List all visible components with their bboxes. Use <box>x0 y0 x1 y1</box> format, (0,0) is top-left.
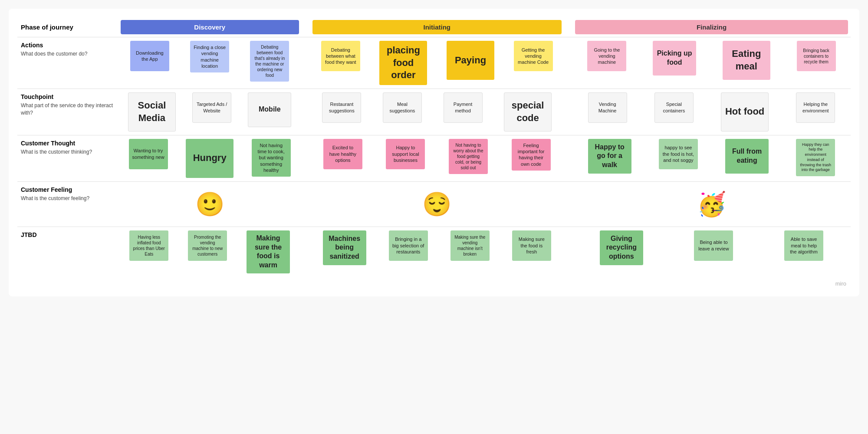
miro-row: miro <box>17 277 851 288</box>
jtbd-not-broken: Making sure the vending machine isn't br… <box>450 230 490 261</box>
miro-logo: miro <box>17 277 851 288</box>
jtbd-label: JTBD <box>17 227 118 277</box>
thought-excited-healthy: Excited to have healthy options <box>323 139 362 169</box>
touchpoint-helping-environment: Helping the environment <box>796 92 835 123</box>
jtbd-less-inflated: Having less inflated food prices than Ub… <box>129 230 168 261</box>
touchpoint-special-code: special code <box>504 92 552 132</box>
phase-of-journey-label: Phase of journey <box>17 17 118 37</box>
finalizing-thoughts: Happy to go for a walk happy to see the … <box>572 135 851 181</box>
phase-header-row: Phase of journey Discovery Initiating Fi… <box>17 17 851 37</box>
touchpoint-restaurant-suggestions: Restaurant suggestions <box>322 92 361 123</box>
actions-label: Actions What does the customer do? <box>17 37 118 89</box>
initiating-band: Initiating <box>312 20 562 34</box>
action-getting-code: Getting the vending machine Code <box>514 41 553 71</box>
thought-wanting-new: Wanting to try something new <box>129 139 168 169</box>
touchpoint-hot-food: Hot food <box>721 92 769 132</box>
actions-row: Actions What does the customer do? Downl… <box>17 37 851 89</box>
thought-hungry: Hungry <box>186 139 233 178</box>
touchpoint-payment-method: Payment method <box>444 92 483 123</box>
action-paying: Paying <box>447 41 494 80</box>
jtbd-food-fresh: Making sure the food is fresh <box>512 230 551 261</box>
finalizing-jtbd: Giving recycling options Being able to l… <box>572 227 851 277</box>
action-eating-meal: Eating meal <box>723 41 770 80</box>
emoji-discovery: 🙂 <box>118 181 302 227</box>
action-picking-up: Picking up food <box>653 41 696 76</box>
thought-full-eating: Full from eating <box>725 139 769 174</box>
finalizing-phase-cell: Finalizing <box>572 17 851 37</box>
finalizing-band: Finalizing <box>575 20 848 34</box>
action-placing-order: placing food order <box>379 41 427 85</box>
finalizing-actions: Going to the vending machine Picking up … <box>572 37 851 89</box>
finalizing-touchpoints: Vending Machine Special containers Hot f… <box>572 89 851 135</box>
touchpoint-targeted-ads: Targeted Ads / Website <box>192 92 231 123</box>
jtbd-big-selection: Bringing in a big selection of restauran… <box>389 230 428 261</box>
action-downloading-app: Downloading the App <box>130 41 169 71</box>
feeling-label: Customer Feeling What is the customer fe… <box>17 181 118 227</box>
thought-happy-walk: Happy to go for a walk <box>588 139 631 174</box>
jtbd-food-warm: Making sure the food is warm <box>247 230 290 273</box>
thought-row: Customer Thought What is the customer th… <box>17 135 851 181</box>
touchpoint-row: Touchpoint What part of the service do t… <box>17 89 851 135</box>
thought-feeling-important: Feeling important for having their own c… <box>512 139 551 171</box>
initiating-touchpoints: Restaurant suggestions Meal suggestions … <box>310 89 564 135</box>
jtbd-promoting: Promoting the vending machine to new cus… <box>188 230 227 261</box>
initiating-actions: Debating between what food they want pla… <box>310 37 564 89</box>
action-going-vending: Going to the vending machine <box>587 41 626 71</box>
thought-help-environment: Happy they can help the environment inst… <box>796 139 835 176</box>
action-debating-machine: Debating between food that's already in … <box>250 41 289 82</box>
action-finding-location: Finding a close vending machine location <box>190 41 229 72</box>
discovery-touchpoints: Social Media Targeted Ads / Website Mobi… <box>118 89 302 135</box>
discovery-jtbd: Having less inflated food prices than Ub… <box>118 227 302 277</box>
jtbd-machines-sanitized: Machines being sanitized <box>323 230 366 265</box>
emoji-finalizing: 🥳 <box>572 181 851 227</box>
jtbd-save-meal: Able to save meal to help the algorithm <box>784 230 823 261</box>
initiating-thoughts: Excited to have healthy options Happy to… <box>310 135 564 181</box>
initiating-phase-cell: Initiating <box>310 17 564 37</box>
jtbd-leave-review: Being able to leave a review <box>694 230 733 261</box>
discovery-thoughts: Wanting to try something new Hungry Not … <box>118 135 302 181</box>
thought-not-worry-cold: Not having to worry about the food getti… <box>449 139 488 174</box>
touchpoint-mobile: Mobile <box>248 92 291 127</box>
discovery-band: Discovery <box>121 20 299 34</box>
action-bringing-back: Bringing back containers to recycle them <box>797 41 836 71</box>
thought-no-time-cook: Not having time to cook, but wanting som… <box>252 139 291 177</box>
thought-happy-local: Happy to support local businesses <box>386 139 425 169</box>
touchpoint-vending-machine: Vending Machine <box>588 92 627 123</box>
discovery-phase-cell: Discovery <box>118 17 302 37</box>
feeling-row: Customer Feeling What is the customer fe… <box>17 181 851 227</box>
jtbd-recycling: Giving recycling options <box>600 230 643 265</box>
jtbd-row: JTBD Having less inflated food prices th… <box>17 227 851 277</box>
thought-label: Customer Thought What is the customer th… <box>17 135 118 181</box>
thought-food-hot: happy to see the food is hot, and not so… <box>659 139 698 169</box>
touchpoint-special-containers: Special containers <box>654 92 694 123</box>
canvas: Phase of journey Discovery Initiating Fi… <box>9 9 859 296</box>
touchpoint-label: Touchpoint What part of the service do t… <box>17 89 118 135</box>
touchpoint-meal-suggestions: Meal suggestions <box>383 92 422 123</box>
touchpoint-social-media: Social Media <box>128 92 176 132</box>
action-debating-food: Debating between what food they want <box>321 41 360 71</box>
emoji-initiating: 😌 <box>310 181 564 227</box>
discovery-actions: Downloading the App Finding a close vend… <box>118 37 302 89</box>
initiating-jtbd: Machines being sanitized Bringing in a b… <box>310 227 564 277</box>
